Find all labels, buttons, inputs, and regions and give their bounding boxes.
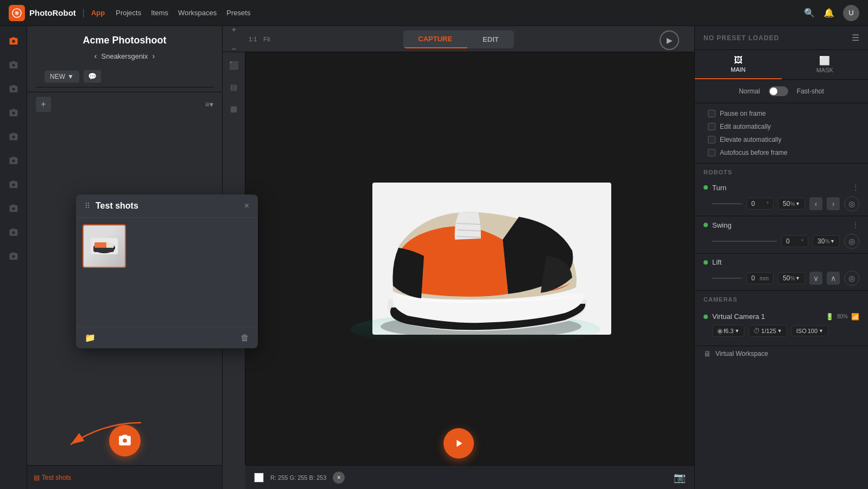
new-button[interactable]: NEW ▼ xyxy=(45,71,79,83)
logo-separator: | xyxy=(83,8,85,18)
viewer-area: + − 1:1 Fit CAPTURE EDIT ▶ ⬛ ▤ ▦ xyxy=(223,26,694,489)
cb-elevate-automatically-box[interactable] xyxy=(708,136,715,143)
nav-next-arrow[interactable]: › xyxy=(153,52,155,60)
lift-speed-unit: % xyxy=(790,275,795,281)
popup-folder-button[interactable]: 📁 xyxy=(85,333,96,343)
avatar[interactable]: U xyxy=(843,5,859,21)
nav-items[interactable]: Items xyxy=(151,9,168,17)
popup-header: ⠿ Test shots × xyxy=(76,195,258,218)
turn-step-back-button[interactable]: ‹ xyxy=(809,197,822,210)
new-btn-label: NEW xyxy=(50,73,65,80)
popup-delete-button[interactable]: 🗑 xyxy=(240,333,249,343)
cameras-section-header: CAMERAS xyxy=(695,291,868,306)
turn-step-fwd-button[interactable]: › xyxy=(827,197,840,210)
swing-speed-value[interactable]: 30 % ▼ xyxy=(813,235,840,247)
lift-step-down-button[interactable]: ∨ xyxy=(809,272,822,285)
turn-speed-value[interactable]: 50 % ▼ xyxy=(778,198,805,210)
camera-status-dot xyxy=(704,315,708,319)
icon-bar-btn-4[interactable] xyxy=(4,127,23,147)
icon-bar-btn-5[interactable] xyxy=(4,151,23,171)
lift-label: Lift xyxy=(712,258,859,266)
nav-presets[interactable]: Presets xyxy=(226,9,250,17)
camera-bottom-button[interactable]: 📷 xyxy=(674,472,686,484)
tab-edit[interactable]: EDIT xyxy=(467,30,514,48)
icon-bar-btn-6[interactable] xyxy=(4,175,23,195)
swing-speed-dropdown-icon: ▼ xyxy=(830,239,835,244)
turn-home-button[interactable]: ◎ xyxy=(844,196,859,211)
nav-workspaces[interactable]: Workspaces xyxy=(178,9,217,17)
swing-status-dot xyxy=(704,223,708,227)
cb-edit-automatically-box[interactable] xyxy=(708,123,715,130)
fast-shot-label: Fast-shot xyxy=(797,87,824,95)
turn-degree-value[interactable]: 0 ° xyxy=(746,198,774,210)
turn-degree-num: 0 xyxy=(751,200,755,208)
aperture-setting[interactable]: ◉ f6.3 ▼ xyxy=(712,325,744,337)
swing-degree-value[interactable]: 0 ° xyxy=(781,235,808,247)
nav-projects[interactable]: Projects xyxy=(116,9,141,17)
tab-main[interactable]: 🖼 MAIN xyxy=(695,50,782,79)
popup-content xyxy=(76,218,258,327)
cb-pause-on-frame-box[interactable] xyxy=(708,110,715,117)
workspace-row: 🖥 Virtual Workspace xyxy=(695,346,868,361)
notification-icon[interactable]: 🔔 xyxy=(823,8,834,18)
turn-slider-track xyxy=(712,203,742,204)
fast-shot-toggle[interactable] xyxy=(769,86,788,96)
lift-step-up-button[interactable]: ∧ xyxy=(827,272,840,285)
viewer-tool-grid[interactable]: ▦ xyxy=(225,100,243,117)
nav-prev-arrow[interactable]: ‹ xyxy=(94,52,97,60)
turn-speed-dropdown-icon: ▼ xyxy=(795,201,800,206)
play-fab-button[interactable] xyxy=(443,428,474,459)
comment-button[interactable]: 💬 xyxy=(84,70,101,83)
iso-setting[interactable]: ISO 100 ▼ xyxy=(791,325,828,336)
popup-close-button[interactable]: × xyxy=(244,201,249,211)
popup-footer: 📁 🗑 xyxy=(76,327,258,348)
toolbar-row: NEW ▼ 💬 xyxy=(36,66,213,87)
shutter-icon: ⏱ xyxy=(753,327,760,335)
viewer-bottom-bar: R: 255 G: 255 B: 253 × 📷 xyxy=(245,465,694,489)
tab-mask[interactable]: ⬜ MASK xyxy=(782,50,869,79)
icon-bar-btn-9[interactable] xyxy=(4,247,23,266)
color-values: R: 255 G: 255 B: 253 xyxy=(270,474,326,481)
icon-bar-btn-7[interactable] xyxy=(4,199,23,218)
thumb-item[interactable] xyxy=(83,224,126,268)
search-icon[interactable]: 🔍 xyxy=(804,8,815,18)
shutter-setting[interactable]: ⏱ 1/125 ▼ xyxy=(749,325,787,337)
swing-controls: 0 ° 30 % ▼ ◎ xyxy=(704,234,859,249)
icon-bar-btn-2[interactable] xyxy=(4,79,23,99)
right-panel-menu-icon[interactable]: ☰ xyxy=(852,33,859,43)
left-panel-header: Acme Photoshoot ‹ Sneakersgenix › NEW ▼ … xyxy=(27,26,222,92)
icon-bar-camera-active[interactable] xyxy=(4,32,23,51)
breadcrumb-item: Sneakersgenix xyxy=(102,52,148,60)
clear-color-button[interactable]: × xyxy=(333,472,345,484)
swing-home-button[interactable]: ◎ xyxy=(844,234,859,249)
tab-capture[interactable]: CAPTURE xyxy=(403,30,467,48)
capture-fab-button[interactable] xyxy=(109,425,141,456)
lift-value[interactable]: 0 mm xyxy=(746,272,774,284)
play-sequence-button[interactable]: ▶ xyxy=(660,30,679,50)
cb-edit-automatically: Edit automatically xyxy=(708,123,855,130)
sort-button[interactable]: ≡▾ xyxy=(205,100,213,109)
checkboxes-group: Pause on frame Edit automatically Elevat… xyxy=(695,103,868,164)
robots-section-header: ROBOTS xyxy=(695,164,868,179)
fit-button[interactable]: Fit xyxy=(260,36,273,42)
viewer-tool-adjust[interactable]: ⬛ xyxy=(225,57,243,74)
lift-speed-value[interactable]: 50 % ▼ xyxy=(778,272,805,284)
panel-actions: + ≡▾ xyxy=(27,92,222,116)
viewer-tool-filmstrip[interactable]: ▤ xyxy=(225,78,243,96)
camera-item: Virtual Camera 1 🔋 80% 📶 ◉ f6.3 ▼ ⏱ xyxy=(704,312,859,337)
battery-icon: 🔋 xyxy=(826,313,834,321)
swing-menu-button[interactable]: ⋮ xyxy=(852,221,859,229)
wifi-icon: 📶 xyxy=(851,313,859,321)
lift-home-button[interactable]: ◎ xyxy=(844,271,859,286)
cb-autofocus-before-frame-box[interactable] xyxy=(708,149,715,156)
right-panel-tabs: 🖼 MAIN ⬜ MASK xyxy=(695,50,868,80)
icon-bar-btn-1[interactable] xyxy=(4,55,23,75)
swing-degree-num: 0 xyxy=(786,237,790,245)
turn-menu-button[interactable]: ⋮ xyxy=(852,183,859,192)
color-swatch xyxy=(254,473,264,482)
zoom-in-tool[interactable]: + xyxy=(225,26,243,38)
icon-bar-btn-3[interactable] xyxy=(4,103,23,123)
icon-bar-btn-8[interactable] xyxy=(4,223,23,242)
filmstrip-icon: ▤ xyxy=(34,474,40,481)
add-item-button[interactable]: + xyxy=(36,97,51,112)
